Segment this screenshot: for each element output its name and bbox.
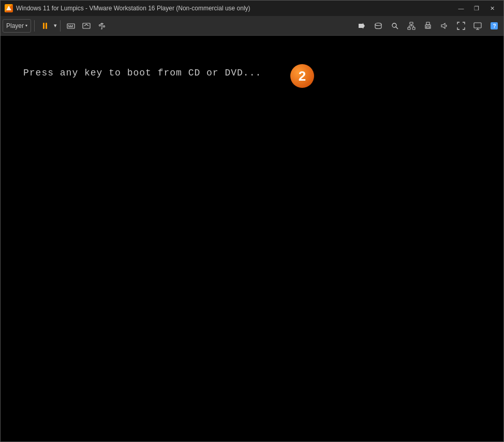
pause-bar-right: [46, 23, 47, 29]
vmware-logo-badge: [5, 4, 13, 12]
minimize-button[interactable]: —: [454, 3, 468, 13]
fullscreen-icon: [457, 22, 465, 30]
fullscreen-button[interactable]: [454, 19, 468, 33]
usb-icon: [98, 22, 106, 30]
title-bar: Windows 11 for Lumpics - VMware Workstat…: [1, 1, 503, 16]
vm-disk-button[interactable]: [371, 19, 386, 33]
vm-screen[interactable]: Press any key to boot from CD or DVD... …: [1, 36, 503, 441]
restore-button[interactable]: ❐: [469, 3, 484, 13]
svg-rect-15: [412, 27, 415, 29]
network-icon: [407, 22, 416, 30]
toolbar-right: ?: [354, 19, 501, 33]
svg-rect-21: [426, 22, 429, 25]
print-button[interactable]: [421, 19, 435, 33]
disk-icon: [374, 22, 382, 30]
arrow-icon-button[interactable]: [354, 19, 369, 33]
pause-dropdown-arrow[interactable]: ▾: [54, 22, 57, 29]
svg-rect-13: [410, 22, 413, 24]
svg-point-10: [375, 23, 381, 25]
svg-rect-23: [474, 23, 481, 28]
svg-rect-3: [70, 25, 71, 26]
window-title: Windows 11 for Lumpics - VMware Workstat…: [16, 5, 454, 12]
vmware-window: Windows 11 for Lumpics - VMware Workstat…: [0, 0, 504, 442]
pause-icon: [43, 23, 47, 29]
svg-point-7: [99, 24, 101, 26]
pause-bar-left: [43, 23, 45, 29]
sound-button[interactable]: [437, 19, 452, 33]
chevron-down-icon: ▾: [25, 23, 27, 28]
toolbar-left: Player ▾ ▾: [3, 19, 109, 33]
svg-rect-5: [68, 26, 73, 27]
svg-point-11: [392, 23, 396, 27]
svg-point-8: [103, 25, 105, 27]
fit-guest-button[interactable]: [79, 19, 94, 33]
vmware-logo-svg: [6, 5, 12, 11]
vmware-icon: [5, 4, 13, 12]
svg-rect-1: [67, 24, 75, 28]
svg-rect-14: [408, 27, 410, 29]
svg-line-12: [396, 27, 398, 29]
boot-message: Press any key to boot from CD or DVD...: [23, 68, 261, 78]
player-dropdown-button[interactable]: Player ▾: [3, 19, 31, 33]
svg-text:?: ?: [493, 23, 496, 29]
keyboard-icon: [67, 22, 75, 30]
connect-devices-button[interactable]: [95, 19, 109, 33]
svg-rect-2: [68, 25, 69, 26]
svg-rect-4: [72, 25, 73, 26]
close-button[interactable]: ✕: [485, 3, 499, 13]
magnifier-icon: [391, 22, 399, 30]
player-label: Player: [6, 22, 24, 29]
preferences-button[interactable]: [470, 19, 485, 33]
svg-marker-0: [6, 6, 11, 10]
help-button[interactable]: ?: [487, 19, 501, 33]
toolbar-separator-2: [60, 20, 61, 32]
ctrl-alt-del-button[interactable]: [64, 19, 78, 33]
toolbar-separator-1: [34, 20, 35, 32]
help-icon: ?: [490, 22, 498, 30]
fit-guest-icon: [82, 22, 91, 30]
zoom-button[interactable]: [388, 19, 402, 33]
speaker-icon: [440, 22, 449, 30]
window-controls: — ❐ ✕: [454, 3, 499, 13]
step-badge: 2: [290, 64, 314, 88]
pause-button[interactable]: [38, 19, 52, 33]
svg-marker-9: [359, 23, 365, 29]
network-button[interactable]: [404, 19, 419, 33]
send-to-vm-icon: [358, 22, 366, 30]
printer-icon: [424, 22, 432, 30]
toolbar: Player ▾ ▾: [1, 16, 503, 36]
svg-rect-22: [426, 26, 429, 28]
monitor-icon: [473, 22, 482, 30]
